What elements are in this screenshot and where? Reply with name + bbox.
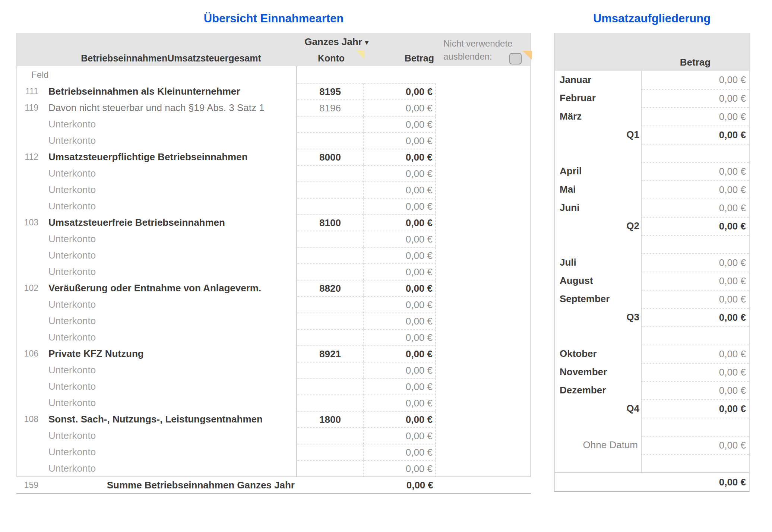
label-cell[interactable]: Unterkonto — [44, 165, 297, 181]
period-label-cell[interactable]: Dezember — [555, 381, 642, 399]
betrag-cell[interactable] — [642, 418, 749, 436]
spacer-row[interactable] — [555, 144, 749, 162]
label-cell[interactable]: Unterkonto — [44, 444, 297, 460]
betrag-cell[interactable]: 0,00 € — [364, 231, 436, 247]
label-cell[interactable]: Unterkonto — [44, 247, 297, 263]
betrag-cell[interactable]: 0,00 € — [642, 71, 749, 89]
period-label-cell[interactable]: Februar — [555, 89, 642, 107]
label-cell[interactable]: Unterkonto — [44, 362, 297, 378]
period-label-cell[interactable]: Juni — [555, 199, 642, 217]
betrag-cell[interactable]: 0,00 € — [364, 411, 436, 427]
betrag-cell[interactable]: 0,00 € — [364, 329, 436, 345]
table-row[interactable]: Ohne Datum0,00 € — [555, 436, 749, 454]
betrag-cell[interactable]: 0,00 € — [642, 89, 749, 107]
table-row[interactable]: 111Betriebseinnahmen als Kleinunternehme… — [17, 83, 530, 99]
label-cell[interactable]: Veräußerung oder Entnahme von Anlageverm… — [44, 280, 297, 296]
betrag-cell[interactable]: 0,00 € — [364, 181, 436, 198]
period-label-cell[interactable]: Oktober — [555, 345, 642, 363]
betrag-cell[interactable] — [642, 326, 749, 345]
feld-cell[interactable] — [17, 296, 44, 313]
feld-cell[interactable] — [17, 378, 44, 395]
feld-cell[interactable]: 108 — [17, 411, 44, 427]
table-row[interactable]: Februar0,00 € — [555, 89, 749, 107]
konto-cell[interactable] — [297, 427, 364, 444]
table-row[interactable]: Unterkonto0,00 € — [17, 362, 530, 378]
period-label-cell[interactable]: März — [555, 107, 642, 126]
table-row[interactable]: Unterkonto0,00 € — [17, 132, 530, 149]
label-cell[interactable]: Unterkonto — [44, 132, 297, 149]
table-row[interactable]: Unterkonto0,00 € — [17, 181, 530, 198]
betrag-cell[interactable]: 0,00 € — [364, 427, 436, 444]
betrag-cell[interactable]: 0,00 € — [642, 272, 749, 290]
feld-cell[interactable] — [17, 329, 44, 345]
table-row[interactable]: 108Sonst. Sach-, Nutzungs-, Leistungsent… — [17, 411, 530, 427]
label-cell[interactable]: Unterkonto — [44, 395, 297, 411]
period-label-cell[interactable]: August — [555, 272, 642, 290]
table-row[interactable]: Unterkonto0,00 € — [17, 329, 530, 345]
period-label-cell[interactable]: Q3 — [555, 308, 642, 326]
feld-cell[interactable]: 102 — [17, 280, 44, 296]
konto-cell[interactable]: 8921 — [297, 345, 364, 362]
feld-cell[interactable]: 119 — [17, 99, 44, 116]
konto-cell[interactable]: 8195 — [297, 83, 364, 99]
period-selector[interactable]: Ganzes Jahr ▾ — [281, 35, 392, 48]
table-row[interactable]: Unterkonto0,00 € — [17, 296, 530, 313]
betrag-cell[interactable]: 0,00 € — [364, 247, 436, 263]
konto-cell[interactable]: 8100 — [297, 214, 364, 231]
period-label-cell[interactable]: Mai — [555, 180, 642, 199]
label-cell[interactable]: Private KFZ Nutzung — [44, 345, 297, 362]
table-row[interactable]: April0,00 € — [555, 162, 749, 180]
label-cell[interactable]: Umsatzsteuerpflichtige Betriebseinnahmen — [44, 149, 297, 165]
konto-cell[interactable] — [297, 181, 364, 198]
feld-cell[interactable] — [17, 247, 44, 263]
hide-unused-checkbox[interactable] — [509, 53, 522, 64]
betrag-cell[interactable]: 0,00 € — [642, 381, 749, 399]
konto-cell[interactable]: 1800 — [297, 411, 364, 427]
feld-cell[interactable] — [17, 181, 44, 198]
period-label-cell[interactable] — [555, 235, 642, 253]
period-label-cell[interactable]: Q2 — [555, 217, 642, 235]
table-row[interactable]: Q10,00 € — [555, 126, 749, 144]
spacer-row[interactable] — [555, 418, 749, 436]
betrag-cell[interactable] — [642, 454, 749, 472]
table-row[interactable]: 103Umsatzsteuerfreie Betriebseinnahmen81… — [17, 214, 530, 231]
konto-cell[interactable]: 8820 — [297, 280, 364, 296]
betrag-cell[interactable]: 0,00 € — [642, 399, 749, 418]
table-row[interactable]: Q20,00 € — [555, 217, 749, 235]
betrag-cell[interactable]: 0,00 € — [364, 198, 436, 214]
table-row[interactable]: Q40,00 € — [555, 399, 749, 418]
feld-cell[interactable] — [17, 263, 44, 280]
label-cell[interactable]: Sonst. Sach-, Nutzungs-, Leistungsentnah… — [44, 411, 297, 427]
table-row[interactable]: Unterkonto0,00 € — [17, 444, 530, 460]
betrag-cell[interactable]: 0,00 € — [642, 290, 749, 308]
table-row[interactable]: Januar0,00 € — [555, 71, 749, 89]
konto-cell[interactable] — [297, 460, 364, 476]
betrag-cell[interactable]: 0,00 € — [642, 217, 749, 235]
konto-cell[interactable] — [297, 116, 364, 132]
feld-cell[interactable] — [17, 116, 44, 132]
table-row[interactable]: Unterkonto0,00 € — [17, 460, 530, 476]
table-row[interactable]: Unterkonto0,00 € — [17, 116, 530, 132]
feld-cell[interactable]: 111 — [17, 83, 44, 99]
betrag-cell[interactable]: 0,00 € — [364, 378, 436, 395]
betrag-cell[interactable]: 0,00 € — [364, 263, 436, 280]
betrag-cell[interactable]: 0,00 € — [364, 444, 436, 460]
summary-row[interactable]: 159 Summe Betriebseinnahmen Ganzes Jahr … — [16, 477, 531, 494]
feld-cell[interactable] — [17, 165, 44, 181]
feld-cell[interactable] — [17, 427, 44, 444]
konto-cell[interactable] — [297, 313, 364, 329]
label-cell[interactable]: Unterkonto — [44, 198, 297, 214]
betrag-cell[interactable]: 0,00 € — [642, 107, 749, 126]
period-label-cell[interactable]: November — [555, 363, 642, 381]
table-row[interactable]: Unterkonto0,00 € — [17, 313, 530, 329]
betrag-cell[interactable] — [642, 235, 749, 253]
betrag-cell[interactable]: 0,00 € — [364, 99, 436, 116]
table-row[interactable]: Unterkonto0,00 € — [17, 231, 530, 247]
table-row[interactable]: November0,00 € — [555, 363, 749, 381]
feld-cell[interactable]: 112 — [17, 149, 44, 165]
spacer-row[interactable] — [555, 454, 749, 472]
betrag-cell[interactable]: 0,00 € — [364, 460, 436, 476]
table-row[interactable]: Unterkonto0,00 € — [17, 247, 530, 263]
period-label-cell[interactable] — [555, 418, 642, 436]
konto-cell[interactable] — [297, 329, 364, 345]
